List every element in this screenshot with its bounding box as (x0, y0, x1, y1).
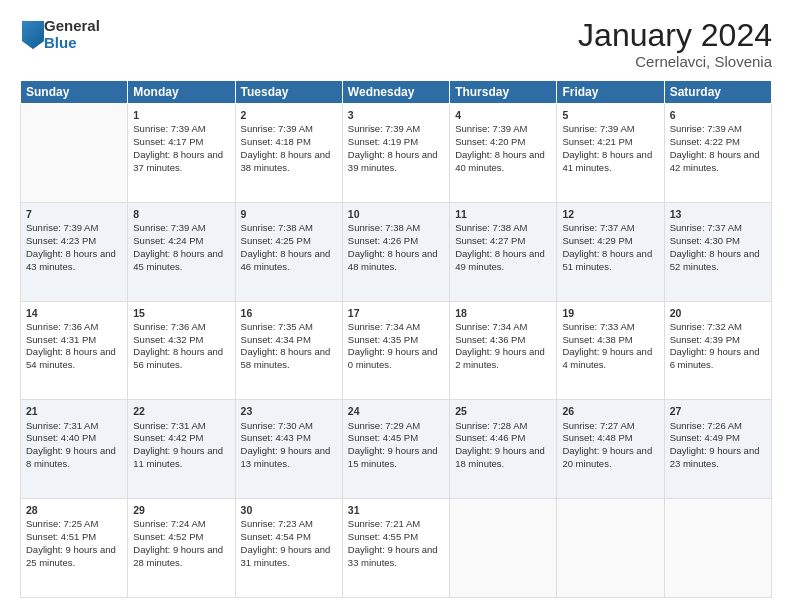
sunset-text: Sunset: 4:26 PM (348, 235, 418, 246)
sunset-text: Sunset: 4:17 PM (133, 136, 203, 147)
calendar-header: Sunday Monday Tuesday Wednesday Thursday… (21, 81, 772, 104)
daylight-text: Daylight: 9 hours and 4 minutes. (562, 346, 652, 370)
sunset-text: Sunset: 4:46 PM (455, 432, 525, 443)
sunrise-text: Sunrise: 7:34 AM (455, 321, 527, 332)
day-number: 8 (133, 207, 229, 221)
day-number: 22 (133, 404, 229, 418)
day-number: 14 (26, 306, 122, 320)
daylight-text: Daylight: 8 hours and 43 minutes. (26, 248, 116, 272)
sunset-text: Sunset: 4:29 PM (562, 235, 632, 246)
daylight-text: Daylight: 9 hours and 15 minutes. (348, 445, 438, 469)
col-wednesday: Wednesday (342, 81, 449, 104)
sunset-text: Sunset: 4:55 PM (348, 531, 418, 542)
sunset-text: Sunset: 4:48 PM (562, 432, 632, 443)
day-number: 23 (241, 404, 337, 418)
sunset-text: Sunset: 4:35 PM (348, 334, 418, 345)
logo-text: General Blue (44, 18, 100, 51)
sunrise-text: Sunrise: 7:39 AM (241, 123, 313, 134)
daylight-text: Daylight: 9 hours and 23 minutes. (670, 445, 760, 469)
logo-blue-text: Blue (44, 35, 100, 52)
sunset-text: Sunset: 4:31 PM (26, 334, 96, 345)
day-cell: 7Sunrise: 7:39 AMSunset: 4:23 PMDaylight… (21, 202, 128, 301)
day-number: 1 (133, 108, 229, 122)
daylight-text: Daylight: 9 hours and 6 minutes. (670, 346, 760, 370)
daylight-text: Daylight: 9 hours and 0 minutes. (348, 346, 438, 370)
day-number: 30 (241, 503, 337, 517)
sunrise-text: Sunrise: 7:39 AM (562, 123, 634, 134)
day-number: 31 (348, 503, 444, 517)
day-number: 28 (26, 503, 122, 517)
sunrise-text: Sunrise: 7:23 AM (241, 518, 313, 529)
calendar-body: 1Sunrise: 7:39 AMSunset: 4:17 PMDaylight… (21, 104, 772, 598)
sunset-text: Sunset: 4:52 PM (133, 531, 203, 542)
sunset-text: Sunset: 4:30 PM (670, 235, 740, 246)
day-number: 6 (670, 108, 766, 122)
col-saturday: Saturday (664, 81, 771, 104)
day-number: 26 (562, 404, 658, 418)
day-number: 21 (26, 404, 122, 418)
day-cell: 13Sunrise: 7:37 AMSunset: 4:30 PMDayligh… (664, 202, 771, 301)
sunrise-text: Sunrise: 7:28 AM (455, 420, 527, 431)
day-cell: 20Sunrise: 7:32 AMSunset: 4:39 PMDayligh… (664, 301, 771, 400)
daylight-text: Daylight: 9 hours and 33 minutes. (348, 544, 438, 568)
daylight-text: Daylight: 8 hours and 54 minutes. (26, 346, 116, 370)
day-number: 10 (348, 207, 444, 221)
day-number: 13 (670, 207, 766, 221)
calendar-table: Sunday Monday Tuesday Wednesday Thursday… (20, 80, 772, 598)
sunset-text: Sunset: 4:25 PM (241, 235, 311, 246)
day-cell: 9Sunrise: 7:38 AMSunset: 4:25 PMDaylight… (235, 202, 342, 301)
daylight-text: Daylight: 8 hours and 52 minutes. (670, 248, 760, 272)
sunset-text: Sunset: 4:51 PM (26, 531, 96, 542)
day-number: 20 (670, 306, 766, 320)
daylight-text: Daylight: 8 hours and 42 minutes. (670, 149, 760, 173)
day-number: 29 (133, 503, 229, 517)
sunset-text: Sunset: 4:19 PM (348, 136, 418, 147)
sunset-text: Sunset: 4:49 PM (670, 432, 740, 443)
day-cell: 16Sunrise: 7:35 AMSunset: 4:34 PMDayligh… (235, 301, 342, 400)
day-cell: 1Sunrise: 7:39 AMSunset: 4:17 PMDaylight… (128, 104, 235, 203)
daylight-text: Daylight: 8 hours and 40 minutes. (455, 149, 545, 173)
sunrise-text: Sunrise: 7:37 AM (562, 222, 634, 233)
day-number: 3 (348, 108, 444, 122)
day-cell: 26Sunrise: 7:27 AMSunset: 4:48 PMDayligh… (557, 400, 664, 499)
day-cell: 15Sunrise: 7:36 AMSunset: 4:32 PMDayligh… (128, 301, 235, 400)
title-block: January 2024 Cernelavci, Slovenia (578, 18, 772, 70)
logo-general-text: General (44, 18, 100, 35)
week-row-4: 21Sunrise: 7:31 AMSunset: 4:40 PMDayligh… (21, 400, 772, 499)
sunrise-text: Sunrise: 7:26 AM (670, 420, 742, 431)
col-tuesday: Tuesday (235, 81, 342, 104)
sunset-text: Sunset: 4:40 PM (26, 432, 96, 443)
sunset-text: Sunset: 4:22 PM (670, 136, 740, 147)
day-number: 19 (562, 306, 658, 320)
header: General Blue January 2024 Cernelavci, Sl… (20, 18, 772, 70)
daylight-text: Daylight: 9 hours and 31 minutes. (241, 544, 331, 568)
daylight-text: Daylight: 8 hours and 38 minutes. (241, 149, 331, 173)
daylight-text: Daylight: 9 hours and 18 minutes. (455, 445, 545, 469)
day-cell: 8Sunrise: 7:39 AMSunset: 4:24 PMDaylight… (128, 202, 235, 301)
sunrise-text: Sunrise: 7:38 AM (455, 222, 527, 233)
day-number: 7 (26, 207, 122, 221)
sunrise-text: Sunrise: 7:21 AM (348, 518, 420, 529)
week-row-3: 14Sunrise: 7:36 AMSunset: 4:31 PMDayligh… (21, 301, 772, 400)
day-cell: 23Sunrise: 7:30 AMSunset: 4:43 PMDayligh… (235, 400, 342, 499)
sunrise-text: Sunrise: 7:39 AM (133, 222, 205, 233)
sunset-text: Sunset: 4:18 PM (241, 136, 311, 147)
day-cell: 14Sunrise: 7:36 AMSunset: 4:31 PMDayligh… (21, 301, 128, 400)
day-cell (21, 104, 128, 203)
day-cell: 12Sunrise: 7:37 AMSunset: 4:29 PMDayligh… (557, 202, 664, 301)
day-cell: 10Sunrise: 7:38 AMSunset: 4:26 PMDayligh… (342, 202, 449, 301)
day-cell (450, 499, 557, 598)
header-row: Sunday Monday Tuesday Wednesday Thursday… (21, 81, 772, 104)
sunrise-text: Sunrise: 7:39 AM (455, 123, 527, 134)
sunrise-text: Sunrise: 7:36 AM (133, 321, 205, 332)
sunrise-text: Sunrise: 7:36 AM (26, 321, 98, 332)
day-cell: 18Sunrise: 7:34 AMSunset: 4:36 PMDayligh… (450, 301, 557, 400)
day-number: 25 (455, 404, 551, 418)
col-friday: Friday (557, 81, 664, 104)
sunset-text: Sunset: 4:36 PM (455, 334, 525, 345)
daylight-text: Daylight: 9 hours and 25 minutes. (26, 544, 116, 568)
day-cell: 22Sunrise: 7:31 AMSunset: 4:42 PMDayligh… (128, 400, 235, 499)
day-cell: 11Sunrise: 7:38 AMSunset: 4:27 PMDayligh… (450, 202, 557, 301)
sunrise-text: Sunrise: 7:32 AM (670, 321, 742, 332)
sunset-text: Sunset: 4:24 PM (133, 235, 203, 246)
